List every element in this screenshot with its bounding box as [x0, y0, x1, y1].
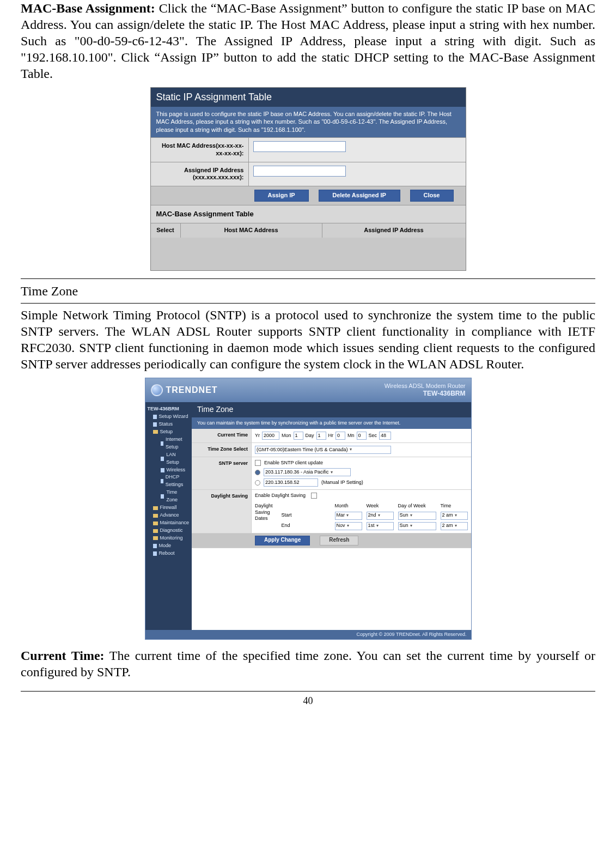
- current-time-label: Current Time: [192, 429, 252, 442]
- sidebar-item-setup[interactable]: Setup: [148, 428, 190, 436]
- sidebar-item-firewall[interactable]: Firewall: [148, 504, 190, 512]
- sip-ip-label: Assigned IP Address (xxx.xxx.xxx.xxx):: [151, 162, 249, 186]
- time-zone-paragraph: Simple Network Timing Protocol (SNTP) is…: [21, 307, 595, 372]
- current-time-label-text: Current Time:: [21, 648, 105, 663]
- sidebar-item-setup-wizard[interactable]: Setup Wizard: [148, 413, 190, 421]
- sntp-radio-2[interactable]: [255, 480, 260, 486]
- tz-panel-desc: You can maintain the system time by sync…: [192, 417, 471, 429]
- brand-text: TRENDNET: [166, 385, 218, 396]
- sidebar-item-maintainance[interactable]: Maintainance: [148, 519, 190, 527]
- logo-icon: [151, 384, 163, 396]
- sidebar-item-wireless[interactable]: Wireless: [148, 466, 190, 474]
- sip-title: Static IP Assignment Table: [151, 88, 466, 107]
- sidebar-item-status[interactable]: Status: [148, 421, 190, 428]
- hour-input[interactable]: 0: [336, 432, 345, 440]
- mon-label: Mon: [282, 433, 291, 439]
- sidebar-item-label: Monitoring: [160, 535, 183, 542]
- tz-panel-title: Time Zone: [192, 402, 471, 417]
- file-icon: [153, 422, 157, 427]
- time-zone-figure: TRENDNET Wireless ADSL Modem Router TEW-…: [21, 378, 595, 640]
- mac-base-label: MAC-Base Assignment:: [21, 1, 155, 15]
- sntp-enable-label: Enable SNTP client update: [264, 460, 323, 466]
- ds-start-dow[interactable]: Sun: [398, 512, 436, 520]
- month-input[interactable]: 1: [294, 432, 303, 440]
- file-icon: [153, 544, 157, 548]
- section-divider: [21, 278, 595, 279]
- sidebar-item-label: Setup Wizard: [159, 413, 188, 421]
- sip-subtable-title: MAC-Base Assignment Table: [151, 205, 466, 223]
- tz-select-label: Time Zone Select: [192, 443, 252, 457]
- sidebar-item-dhcp-settings[interactable]: DHCP Settings: [148, 474, 190, 489]
- ds-end-dow[interactable]: Sun: [398, 522, 436, 530]
- router-header: TRENDNET Wireless ADSL Modem Router TEW-…: [145, 378, 471, 402]
- daylight-enable-checkbox[interactable]: [311, 493, 317, 499]
- folder-icon: [153, 506, 158, 510]
- sip-ip-input[interactable]: [253, 166, 346, 177]
- sntp-label: SNTP server: [192, 457, 252, 489]
- delete-assigned-ip-button[interactable]: Delete Assigned IP: [319, 190, 400, 202]
- year-input[interactable]: 2000: [262, 432, 279, 440]
- sntp-manual-label: (Manual IP Setting): [321, 480, 363, 486]
- mac-base-paragraph: MAC-Base Assignment: Click the “MAC-Base…: [21, 0, 595, 82]
- ds-col-time: Time: [441, 503, 468, 509]
- apply-change-button[interactable]: Apply Change: [255, 536, 310, 545]
- sntp-server-1-dropdown[interactable]: 203.117.180.36 - Asia Pacific: [264, 468, 351, 476]
- hr-label: Hr: [328, 433, 334, 439]
- refresh-button[interactable]: Refresh: [320, 536, 358, 545]
- sidebar-item-internet-setup[interactable]: Internet Setup: [148, 436, 190, 451]
- sip-hdr-ip: Assigned IP Address: [322, 223, 466, 238]
- ds-col-dow: Day of Week: [398, 503, 436, 509]
- sidebar-item-label: Mode: [159, 542, 172, 550]
- ds-start-week[interactable]: 2nd: [367, 512, 394, 520]
- sidebar-item-reboot[interactable]: Reboot: [148, 550, 190, 557]
- sidebar-item-label: Maintainance: [160, 519, 190, 527]
- brand-logo: TRENDNET: [151, 384, 218, 396]
- sidebar-item-label: Status: [159, 421, 173, 428]
- sntp-radio-1[interactable]: [255, 470, 260, 475]
- sidebar-item-label: Wireless: [167, 466, 186, 474]
- section-divider: [21, 303, 595, 304]
- router-footer: Copyright © 2009 TRENDnet. All Rights Re…: [145, 630, 471, 639]
- sidebar-item-label: Firewall: [160, 504, 177, 512]
- tz-select-dropdown[interactable]: (GMT-05:00)Eastern Time (US & Canada): [255, 446, 391, 454]
- sidebar-item-lan-setup[interactable]: LAN Setup: [148, 451, 190, 466]
- sip-hdr-select: Select: [151, 223, 181, 238]
- folder-icon: [153, 514, 158, 518]
- sip-mac-label: Host MAC Address(xx-xx-xx-xx-xx-xx):: [151, 138, 249, 162]
- day-input[interactable]: 1: [316, 432, 326, 440]
- ds-start-time[interactable]: 2 am: [441, 512, 468, 520]
- file-icon: [161, 479, 163, 483]
- ds-end-month[interactable]: Nov: [335, 522, 362, 530]
- time-zone-heading: Time Zone: [21, 282, 595, 300]
- sidebar-item-label: Advance: [160, 512, 179, 519]
- ds-end-week[interactable]: 1st: [367, 522, 394, 530]
- minute-input[interactable]: 0: [357, 432, 367, 440]
- sidebar-item-label: Time Zone: [166, 489, 190, 504]
- sidebar-item-label: Reboot: [159, 550, 175, 557]
- sntp-enable-checkbox[interactable]: [255, 460, 261, 466]
- model-label: Wireless ADSL Modem Router TEW-436BRM: [385, 383, 466, 398]
- second-input[interactable]: 48: [379, 432, 391, 440]
- close-button[interactable]: Close: [410, 190, 454, 202]
- current-time-paragraph: Current Time: The current time of the sp…: [21, 647, 595, 680]
- ds-start-month[interactable]: Mar: [335, 512, 362, 520]
- ds-col-month: Month: [335, 503, 362, 509]
- ds-end-time[interactable]: 2 am: [441, 522, 468, 530]
- daylight-enable-label: Enable Daylight Saving: [255, 493, 306, 499]
- assign-ip-button[interactable]: Assign IP: [254, 190, 309, 202]
- sidebar-item-diagnostic[interactable]: Diagnostic: [148, 527, 190, 535]
- folder-icon: [153, 521, 158, 525]
- sidebar-item-mode[interactable]: Mode: [148, 542, 190, 550]
- sip-hdr-mac: Host MAC Address: [181, 223, 322, 238]
- router-sidebar: TEW-436BRM Setup WizardStatusSetupIntern…: [145, 402, 192, 630]
- file-icon: [161, 441, 163, 446]
- sidebar-item-time-zone[interactable]: Time Zone: [148, 489, 190, 504]
- sidebar-item-label: Setup: [160, 428, 173, 436]
- sidebar-item-monitoring[interactable]: Monitoring: [148, 535, 190, 542]
- sidebar-root[interactable]: TEW-436BRM: [148, 405, 190, 413]
- yr-label: Yr: [255, 433, 260, 439]
- sntp-server-2-input[interactable]: 220.130.158.52: [264, 478, 318, 487]
- sidebar-item-advance[interactable]: Advance: [148, 512, 190, 519]
- sip-mac-input[interactable]: [253, 141, 346, 152]
- sip-description: This page is used to configure the stati…: [151, 107, 466, 138]
